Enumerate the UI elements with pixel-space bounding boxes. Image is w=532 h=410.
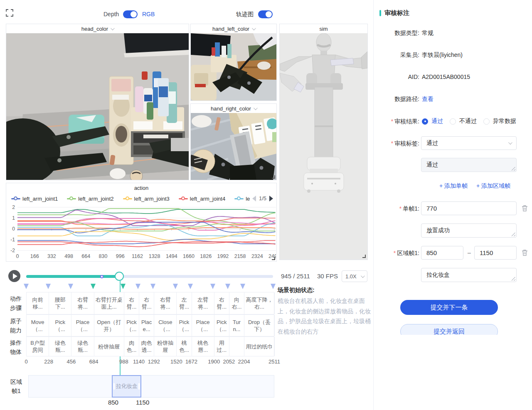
submit-next-button[interactable]: 提交并下一条 [400,300,498,315]
region-start-input[interactable]: 850 [421,246,463,260]
legend-item-left_arm_joint2[interactable]: left_arm_joint2 [67,196,113,202]
step-marker-2204[interactable] [240,284,245,289]
hand-left-camera-title: hand_left_color [212,26,249,32]
scene-initial-state-label: 场景初始状态: [278,287,315,294]
step-marker-228[interactable] [46,284,51,289]
legend-item-left_arm_joint1[interactable]: left_arm_joint1 [11,196,58,202]
axis-tick-label: 1900 [208,358,220,365]
table-cell: 粉饼抽屉 [154,337,177,356]
step-marker-1672[interactable] [188,284,193,289]
region-left-grip[interactable] [113,383,115,390]
radio-fail-label[interactable]: 不通过 [459,118,477,125]
single-frame-dot[interactable] [100,275,103,278]
step-marker-1900[interactable] [210,284,215,289]
axis-tick-label: 1140 [133,358,145,365]
legend-series-label: left_arm_joint1 [22,196,58,202]
radio-pass[interactable] [422,118,428,125]
radio-fail[interactable] [450,118,456,125]
resize-handle-icon[interactable] [272,257,275,260]
legend-item-le[interactable]: le [234,196,250,202]
table-cell: B户型房间 [27,337,49,356]
region-right-grip[interactable] [138,383,140,390]
chevron-down-icon [254,106,258,110]
legend-series-label: left_arm_joint4 [190,196,225,202]
table-cell: 用过的纸巾 [244,337,275,356]
table-cell: 腰部下... [49,292,71,314]
trajectory-toggle[interactable] [258,10,273,18]
hand-left-camera-header[interactable]: hand_left_color [191,24,276,33]
legend-item-left_arm_joint4[interactable]: left_arm_joint4 [179,196,225,202]
hand-left-camera-panel: hand_left_color [190,24,277,101]
table-cell: 左臂将... [192,292,214,314]
data-path-view-link[interactable]: 查看 [422,96,433,103]
table-cell: Pick（... [177,315,192,336]
playback-slider[interactable] [26,272,273,280]
step-marker-1520[interactable] [173,284,178,289]
table-row: 向前移...腰部下...右臂将...右臂打开桌面上...右臂...右臂...右臂… [26,292,274,314]
region-frame-highlight[interactable]: 拉化妆盒 [112,375,141,398]
table-cell: 右臂... [139,292,154,314]
step-marker-1140[interactable] [135,284,140,289]
legend-prev-icon[interactable] [252,196,256,201]
action-chart-plot[interactable]: 210-1-2016633249866483099611621328149416… [7,203,276,261]
step-marker-988[interactable] [121,284,126,289]
speed-select[interactable]: 1.0X [342,270,367,282]
speed-value: 1.0X [345,273,357,280]
svg-text:2: 2 [12,204,15,210]
play-button[interactable] [8,270,20,282]
step-marker-1292[interactable] [150,284,155,289]
step-marker-2052[interactable] [225,284,230,289]
axis-tick-label: 1520 [170,358,182,365]
review-tag-label: *审核标签: [379,140,419,147]
step-marker-2511[interactable] [271,284,276,289]
table-cell: 右臂... [214,292,229,314]
review-tag-select[interactable]: 通过 [421,136,517,150]
toggle-knob [266,11,272,17]
row-label-atomic-ability: 原子能力 [8,317,23,335]
svg-text:1992: 1992 [217,253,229,259]
fullscreen-icon[interactable] [6,9,13,17]
resize-handle-icon[interactable] [272,175,275,179]
submit-return-button[interactable]: 提交并返回 [400,324,498,335]
play-icon [13,273,17,279]
svg-text:1: 1 [12,215,15,221]
add-region-frame-link[interactable]: + 添加区域帧 [476,182,510,190]
region-end-input[interactable]: 1150 [474,246,517,260]
review-result-label: *审核结果: [379,118,419,125]
delete-region-frame-icon[interactable] [522,249,528,256]
radio-abnormal[interactable] [483,118,490,125]
depth-rgb-toggle[interactable] [123,10,138,18]
step-marker-456[interactable] [68,284,73,289]
legend-next-icon[interactable] [269,196,273,201]
review-tag-note-textarea[interactable]: 通过 [421,158,517,172]
single-frame-input[interactable]: 770 [421,201,517,215]
single-frame-note-textarea[interactable]: 放置成功 [421,223,517,238]
svg-text:2158: 2158 [234,253,246,259]
svg-text:498: 498 [64,253,73,259]
frame-counter: 945 / 2511 [281,273,310,280]
review-panel-scroll[interactable]: 审核标注 数据类型: 常规 采集员: 李轶晨(liyichen) AID: A2… [374,0,532,335]
row-label-region-frame: 区域帧1 [9,377,23,395]
svg-text:-2: -2 [10,248,15,253]
axis-tick-label: 228 [44,358,53,365]
radio-pass-label[interactable]: 通过 [431,118,443,125]
region-frame-track[interactable]: 拉化妆盒 [28,375,274,398]
slider-handle[interactable] [115,272,124,281]
required-asterisk: * [399,205,401,212]
head-camera-header[interactable]: head_color [6,24,189,33]
step-marker-684[interactable] [91,284,96,289]
legend-item-left_arm_joint3[interactable]: left_arm_joint3 [123,196,170,202]
radio-abnormal-label[interactable]: 异常数据 [493,118,516,125]
hand-right-camera-header[interactable]: hand_right_color [191,104,276,113]
axis-tick-label: 2511 [268,358,280,365]
add-single-frame-link[interactable]: + 添加单帧 [439,182,468,190]
sim-header[interactable]: sim [280,24,367,33]
delete-single-frame-icon[interactable] [522,205,528,211]
toggle-knob [131,11,137,17]
step-marker-0[interactable] [24,284,29,289]
legend-series-icon [11,196,20,201]
resize-handle-icon[interactable] [362,255,366,258]
axis-tick-label: 2204 [238,358,250,365]
region-frame-note-textarea[interactable]: 拉化妆盒 [421,268,517,282]
hand-right-camera-title: hand_right_color [211,106,251,112]
